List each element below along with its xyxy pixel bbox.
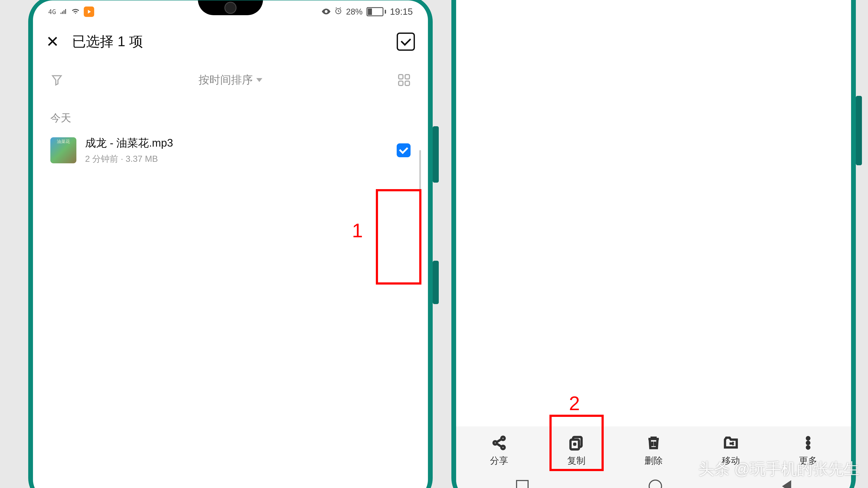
share-icon — [491, 435, 507, 451]
selection-title: 已选择 1 项 — [72, 32, 397, 51]
delete-label: 删除 — [645, 455, 663, 467]
file-name: 成龙 - 油菜花.mp3 — [85, 136, 388, 150]
clock-time: 19:15 — [390, 6, 413, 17]
grid-view-icon[interactable] — [398, 73, 410, 87]
callout-number-2: 2 — [569, 392, 580, 415]
svg-point-11 — [807, 442, 809, 444]
delete-button[interactable]: 删除 — [645, 435, 663, 467]
battery-icon — [367, 7, 386, 16]
select-all-button[interactable] — [397, 33, 415, 51]
svg-point-12 — [807, 446, 809, 449]
trash-icon — [646, 435, 661, 451]
file-row[interactable]: 成龙 - 油菜花.mp3 2 分钟前 · 3.37 MB — [33, 131, 428, 169]
alarm-icon — [334, 7, 342, 17]
side-button — [856, 96, 862, 165]
chevron-down-icon — [256, 78, 262, 82]
svg-rect-3 — [399, 81, 403, 86]
file-meta: 2 分钟前 · 3.37 MB — [85, 153, 388, 165]
notch — [198, 0, 263, 15]
home-button[interactable] — [649, 480, 662, 488]
svg-rect-1 — [399, 75, 403, 79]
signal-bars-icon — [60, 7, 67, 17]
share-button[interactable]: 分享 — [490, 435, 508, 467]
sort-dropdown[interactable]: 按时间排序 — [198, 73, 262, 87]
volume-button — [433, 126, 439, 183]
phone-screen-right: 分享 复制 删除 移动 — [456, 0, 851, 488]
front-camera — [224, 2, 237, 14]
callout-box-2 — [550, 415, 604, 471]
move-icon — [723, 435, 739, 451]
file-thumbnail — [50, 137, 76, 163]
power-button — [433, 261, 439, 304]
tutorial-stage: 4G 28% 19:15 ✕ 已选择 1 项 — [0, 0, 868, 488]
sort-label-text: 按时间排序 — [198, 73, 253, 87]
phone-frame-right: 分享 复制 删除 移动 — [452, 0, 856, 488]
recent-apps-button[interactable] — [516, 480, 529, 488]
svg-point-10 — [807, 437, 809, 440]
more-icon — [800, 435, 816, 451]
svg-rect-2 — [405, 75, 409, 79]
share-label: 分享 — [490, 455, 508, 467]
callout-number-1: 1 — [352, 220, 363, 242]
file-checkbox[interactable] — [397, 143, 410, 157]
phone-screen-left: 4G 28% 19:15 ✕ 已选择 1 项 — [33, 0, 428, 488]
watermark: 头条 @玩手机的张先生 — [699, 458, 859, 479]
svg-rect-4 — [405, 81, 409, 86]
selection-header: ✕ 已选择 1 项 — [33, 19, 428, 60]
eye-icon — [322, 7, 331, 17]
filter-icon[interactable] — [50, 73, 63, 87]
sort-row: 按时间排序 — [33, 60, 428, 100]
close-icon[interactable]: ✕ — [46, 34, 59, 50]
signal-icon: 4G — [48, 8, 56, 15]
callout-box-1 — [376, 189, 422, 285]
battery-percent: 28% — [346, 7, 363, 17]
app-badge-icon — [84, 6, 94, 17]
phone-frame-left: 4G 28% 19:15 ✕ 已选择 1 项 — [28, 0, 433, 488]
wifi-icon — [71, 7, 80, 17]
back-button[interactable] — [782, 480, 791, 488]
file-info: 成龙 - 油菜花.mp3 2 分钟前 · 3.37 MB — [85, 136, 388, 165]
section-today: 今天 — [33, 100, 428, 131]
